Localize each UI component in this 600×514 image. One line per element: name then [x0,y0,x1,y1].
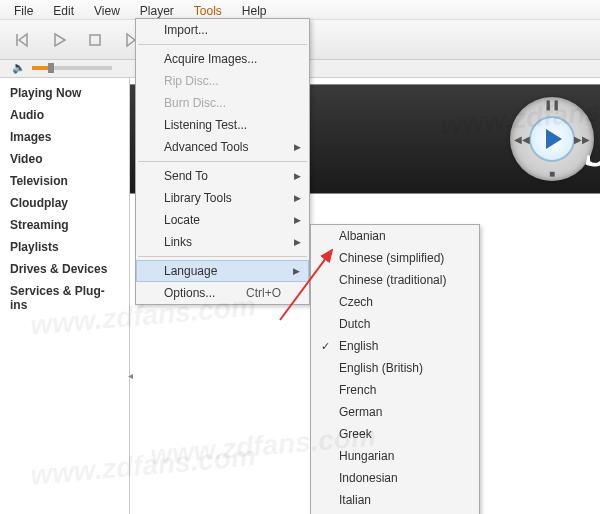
menu-item-links[interactable]: Links▶ [136,231,309,253]
submenu-arrow-icon: ▶ [294,215,301,225]
sidebar-item-video[interactable]: Video [0,148,129,170]
lang-item-english[interactable]: English✓ [311,335,479,357]
menu-separator [138,161,307,162]
menu-file[interactable]: File [4,2,43,17]
menu-view[interactable]: View [84,2,130,17]
shortcut-label: Ctrl+O [246,286,281,300]
lang-item-german[interactable]: German [311,401,479,423]
rewind-icon: ◀◀ [514,134,530,145]
menu-item-send-to[interactable]: Send To▶ [136,165,309,187]
lang-item-dutch[interactable]: Dutch [311,313,479,335]
sidebar-item-drives[interactable]: Drives & Devices [0,258,129,280]
submenu-arrow-icon: ▶ [294,237,301,247]
sidebar-splitter[interactable] [126,360,134,390]
volume-slider[interactable] [32,66,112,70]
speaker-icon: 🔈 [12,61,26,74]
play-dial[interactable]: ❚❚ ■ ◀◀ ▶▶ [510,97,594,181]
sidebar: Playing Now Audio Images Video Televisio… [0,78,130,514]
svg-rect-0 [90,35,100,45]
menu-help[interactable]: Help [232,2,277,17]
lang-item-albanian[interactable]: Albanian [311,225,479,247]
menu-item-listening-test[interactable]: Listening Test... [136,114,309,136]
menubar: File Edit View Player Tools Help [0,0,600,20]
lang-item-french[interactable]: French [311,379,479,401]
sidebar-item-streaming[interactable]: Streaming [0,214,129,236]
menu-separator [138,44,307,45]
lang-item-chinese-traditional[interactable]: Chinese (traditional) [311,269,479,291]
sidebar-item-playing-now[interactable]: Playing Now [0,82,129,104]
lang-item-greek[interactable]: Greek [311,423,479,445]
check-icon: ✓ [321,340,330,353]
lang-item-italian[interactable]: Italian [311,489,479,511]
submenu-arrow-icon: ▶ [294,142,301,152]
menu-item-locate[interactable]: Locate▶ [136,209,309,231]
lang-item-hungarian[interactable]: Hungarian [311,445,479,467]
language-submenu: AlbanianChinese (simplified)Chinese (tra… [310,224,480,514]
lang-item-chinese-simplified[interactable]: Chinese (simplified) [311,247,479,269]
menu-item-rip-disc: Rip Disc... [136,70,309,92]
logo-letter: J [584,94,600,185]
menu-item-language[interactable]: Language▶ [136,260,309,282]
tools-dropdown: Import...Acquire Images...Rip Disc...Bur… [135,18,310,305]
stop-icon: ■ [549,168,555,179]
lang-item-english-british[interactable]: English (British) [311,357,479,379]
prev-track-button[interactable] [12,29,34,51]
play-button[interactable] [48,29,70,51]
sidebar-item-services[interactable]: Services & Plug-ins [0,280,129,316]
play-icon [546,129,562,149]
menu-edit[interactable]: Edit [43,2,84,17]
sidebar-item-cloudplay[interactable]: Cloudplay [0,192,129,214]
menu-item-burn-disc: Burn Disc... [136,92,309,114]
menu-player[interactable]: Player [130,2,184,17]
menu-item-acquire-images[interactable]: Acquire Images... [136,48,309,70]
submenu-arrow-icon: ▶ [294,171,301,181]
submenu-arrow-icon: ▶ [293,266,300,276]
menu-item-import[interactable]: Import... [136,19,309,41]
sidebar-item-playlists[interactable]: Playlists [0,236,129,258]
menu-item-advanced-tools[interactable]: Advanced Tools▶ [136,136,309,158]
menu-item-options[interactable]: Options...Ctrl+O [136,282,309,304]
stop-button[interactable] [84,29,106,51]
lang-item-indonesian[interactable]: Indonesian [311,467,479,489]
menu-item-library-tools[interactable]: Library Tools▶ [136,187,309,209]
lang-item-czech[interactable]: Czech [311,291,479,313]
menu-tools[interactable]: Tools [184,2,232,17]
sidebar-item-images[interactable]: Images [0,126,129,148]
sidebar-item-television[interactable]: Television [0,170,129,192]
submenu-arrow-icon: ▶ [294,193,301,203]
pause-icon: ❚❚ [544,99,560,110]
menu-separator [138,256,307,257]
sidebar-item-audio[interactable]: Audio [0,104,129,126]
